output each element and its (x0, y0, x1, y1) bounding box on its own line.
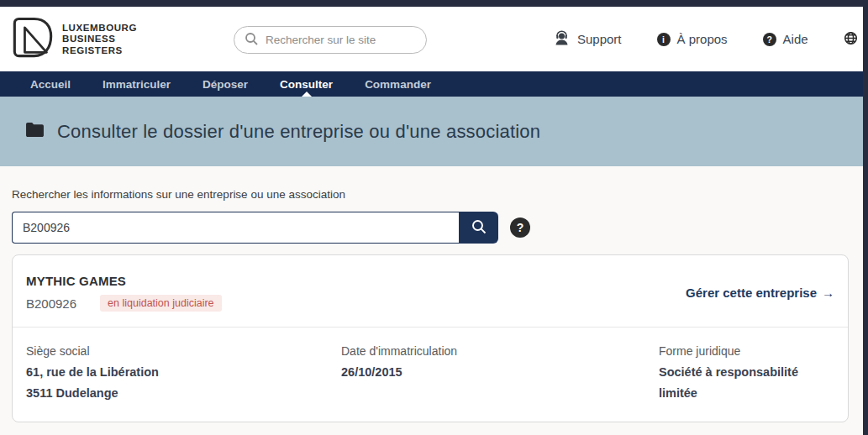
nav-item-deposer[interactable]: Déposer (203, 71, 248, 97)
search-icon (471, 219, 487, 237)
nav-item-commander[interactable]: Commander (365, 71, 431, 97)
consult-search-row: ? (12, 212, 530, 244)
window-right-strip (863, 0, 868, 435)
info-icon: i (657, 33, 671, 46)
field-label: Date d'immatriculation (341, 341, 659, 362)
support-label: Support (577, 32, 622, 46)
nav-item-accueil[interactable]: Accueil (30, 71, 71, 97)
consult-search-input[interactable] (12, 212, 459, 244)
company-details: Siège social 61, rue de la Libération 35… (13, 328, 848, 404)
site-search-input[interactable] (266, 34, 416, 46)
support-agent-icon (553, 29, 571, 50)
nav-item-consulter[interactable]: Consulter (280, 71, 333, 97)
globe-icon (844, 31, 858, 48)
lbr-logo-text: LUXEMBOURG BUSINESS REGISTERS (62, 23, 137, 57)
site-search-box[interactable] (234, 26, 427, 54)
company-name: MYTHIC GAMES (26, 274, 222, 288)
search-icon (245, 32, 258, 49)
support-link[interactable]: Support (553, 29, 622, 50)
consult-help-button[interactable]: ? (510, 218, 530, 238)
manage-company-label: Gérer cette entreprise (686, 286, 817, 300)
help-link[interactable]: ? Aide (763, 32, 808, 46)
arrow-right-icon: → (822, 286, 834, 300)
help-label: Aide (783, 32, 808, 46)
field-value: 26/10/2015 (341, 362, 659, 383)
page-title: Consulter le dossier d'une entreprise ou… (57, 121, 540, 143)
company-result-card: MYTHIC GAMES B200926 en liquidation judi… (12, 254, 849, 422)
field-forme-juridique: Forme juridique Société à responsabilité… (659, 341, 834, 404)
status-badge: en liquidation judiciaire (100, 295, 221, 312)
utility-nav: Support i À propos ? Aide Fra (553, 7, 868, 71)
window-top-strip (0, 0, 868, 7)
field-date-immatriculation: Date d'immatriculation 26/10/2015 (341, 341, 659, 404)
consult-search-button[interactable] (459, 212, 498, 244)
field-value: 3511 Dudelange (26, 383, 341, 404)
manage-company-link[interactable]: Gérer cette entreprise → (686, 286, 834, 300)
site-header: LUXEMBOURG BUSINESS REGISTERS Support (0, 7, 868, 71)
lbr-logo[interactable]: LUXEMBOURG BUSINESS REGISTERS (11, 14, 137, 65)
field-value: 61, rue de la Libération (26, 362, 341, 383)
consult-search-label: Rechercher les informations sur une entr… (12, 188, 345, 201)
main-nav: Accueil Immatriculer Déposer Consulter C… (0, 71, 868, 97)
company-subline: B200926 en liquidation judiciaire (26, 295, 222, 312)
folder-icon (25, 122, 45, 141)
about-link[interactable]: i À propos (657, 32, 728, 46)
question-icon: ? (763, 33, 776, 46)
page-banner: Consulter le dossier d'une entreprise ou… (0, 97, 868, 166)
field-label: Forme juridique (659, 341, 834, 362)
field-label: Siège social (26, 341, 341, 362)
company-identity: MYTHIC GAMES B200926 en liquidation judi… (26, 274, 222, 312)
field-siege-social: Siège social 61, rue de la Libération 35… (26, 341, 341, 404)
company-number: B200926 (26, 296, 76, 311)
lbr-logo-icon (11, 14, 55, 65)
about-label: À propos (677, 32, 728, 46)
field-value: Société à responsabilité limitée (659, 362, 834, 404)
company-card-header: MYTHIC GAMES B200926 en liquidation judi… (13, 255, 848, 312)
nav-item-immatriculer[interactable]: Immatriculer (103, 71, 171, 97)
